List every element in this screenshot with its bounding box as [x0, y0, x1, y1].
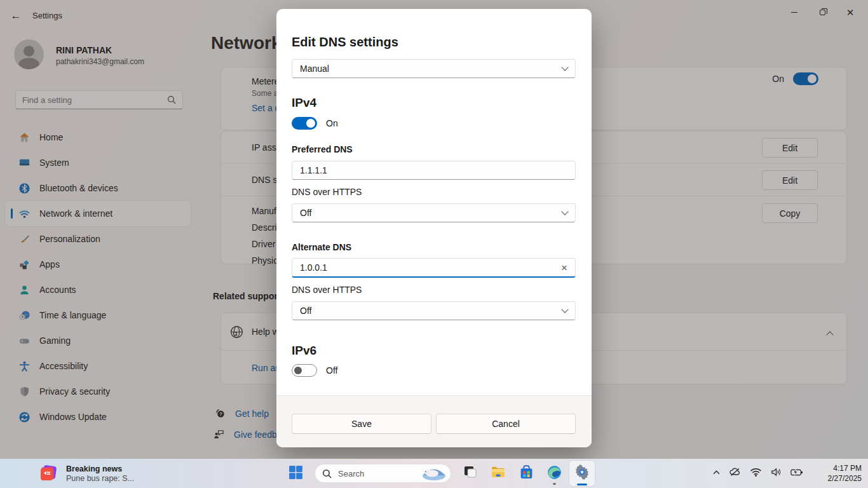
task-view-icon [463, 464, 478, 482]
taskbar-search-placeholder: Search [338, 469, 415, 478]
file-explorer-icon [490, 464, 506, 483]
news-widget-icon [38, 463, 58, 484]
chevron-down-icon [561, 306, 568, 313]
preferred-dns-field[interactable] [292, 161, 576, 180]
clock-date: 2/27/2025 [828, 473, 862, 484]
save-button[interactable]: Save [292, 414, 431, 434]
tray-battery-icon[interactable] [790, 468, 803, 479]
onedrive-paused-icon[interactable] [729, 466, 742, 481]
search-highlight-bear-icon [415, 465, 448, 482]
settings-taskbar-button[interactable] [569, 461, 595, 486]
clear-input-icon[interactable]: × [561, 262, 567, 273]
ipv4-toggle[interactable] [292, 117, 317, 130]
edge-icon [546, 464, 562, 483]
clock-time: 4:17 PM [828, 463, 862, 473]
doh-dropdown-1[interactable]: Off [292, 203, 576, 222]
alternate-dns-label: Alternate DNS [292, 242, 351, 252]
ipv6-toggle[interactable] [292, 364, 317, 377]
edge-button[interactable] [541, 461, 567, 486]
taskbar-clock[interactable]: 4:17 PM 2/27/2025 [828, 463, 862, 484]
taskbar: Breaking news Pune bus rape: S... Search [0, 459, 868, 488]
preferred-dns-input[interactable] [300, 165, 567, 175]
tray-chevron-up-icon[interactable] [712, 468, 721, 479]
settings-gear-icon [574, 464, 590, 483]
ipv6-heading: IPv6 [292, 344, 316, 358]
ipv4-toggle-label: On [326, 118, 338, 128]
doh-dropdown-2[interactable]: Off [292, 301, 576, 320]
dialog-title: Edit DNS settings [292, 35, 398, 50]
doh-value-2: Off [300, 306, 562, 316]
doh-label-1: DNS over HTTPS [292, 187, 362, 197]
tray-volume-icon[interactable] [770, 467, 782, 480]
dns-mode-dropdown[interactable]: Manual [292, 59, 576, 78]
widget-title: Breaking news [66, 464, 134, 473]
doh-value-1: Off [300, 208, 562, 218]
alternate-dns-field[interactable]: × [292, 258, 576, 278]
widget-subtitle: Pune bus rape: S... [66, 474, 134, 483]
chevron-down-icon [561, 208, 568, 215]
edit-dns-settings-dialog: Edit DNS settings Manual IPv4 On Preferr… [276, 9, 592, 447]
ipv4-heading: IPv4 [292, 96, 316, 110]
dialog-footer: Save Cancel [276, 395, 592, 447]
file-explorer-button[interactable] [485, 461, 511, 486]
doh-label-2: DNS over HTTPS [292, 285, 362, 295]
task-view-button[interactable] [458, 461, 483, 486]
tray-wifi-icon[interactable] [750, 467, 762, 480]
taskbar-search[interactable]: Search [315, 464, 451, 483]
start-button[interactable] [283, 461, 308, 486]
screen: ← Settings ✕ RINI PATHAK pathakrini343@g… [0, 0, 868, 488]
alternate-dns-input[interactable] [300, 262, 561, 273]
chevron-down-icon [561, 64, 568, 71]
preferred-dns-label: Preferred DNS [292, 144, 353, 154]
cancel-button[interactable]: Cancel [436, 414, 576, 434]
search-icon [322, 469, 332, 478]
microsoft-store-button[interactable] [513, 461, 539, 486]
widgets-button[interactable]: Breaking news Pune bus rape: S... [33, 461, 139, 485]
ipv6-toggle-label: Off [326, 365, 337, 376]
dns-mode-value: Manual [300, 64, 562, 74]
microsoft-store-icon [519, 464, 534, 483]
windows-start-icon [288, 464, 304, 483]
